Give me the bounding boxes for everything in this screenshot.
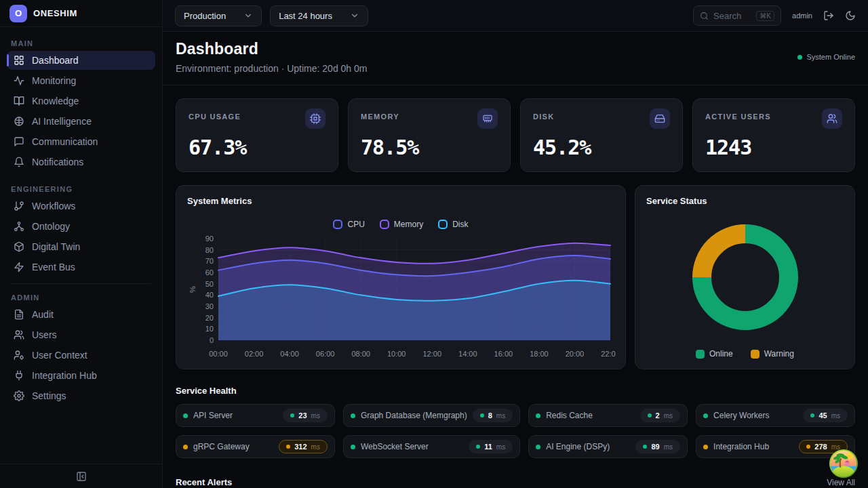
recent-alerts-heading: Recent Alerts	[176, 477, 232, 487]
status-dot	[797, 55, 802, 60]
svg-text:08:00: 08:00	[351, 350, 370, 358]
gear-icon	[14, 390, 24, 401]
page-subtitle: Environment: production · Uptime: 20d 0h…	[176, 63, 367, 74]
status-label: System Online	[806, 53, 855, 61]
sidebar-item-settings[interactable]: Settings	[7, 386, 155, 405]
sidebar-item-workflows[interactable]: Workflows	[7, 197, 155, 216]
search-icon	[700, 12, 709, 20]
environment-select[interactable]: Production	[175, 5, 262, 26]
network-icon	[14, 221, 24, 232]
legend-item-memory[interactable]: Memory	[380, 220, 423, 229]
legend-item-disk[interactable]: Disk	[438, 220, 468, 229]
latency-badge: 312ms	[279, 440, 328, 453]
collapse-sidebar-button[interactable]	[76, 471, 87, 482]
svg-text:60: 60	[205, 268, 214, 277]
zap-icon	[14, 262, 24, 272]
sidebar-item-users[interactable]: Users	[7, 325, 155, 344]
panel-left-close-icon	[76, 471, 87, 482]
service-card-celery-workers: Celery Workers 45ms	[696, 404, 855, 427]
service-card-websocket-server: WebSocket Server 11ms	[343, 435, 520, 458]
service-card-graph-database: Graph Database (Memgraph) 8ms	[343, 404, 520, 427]
svg-text:30: 30	[205, 302, 214, 310]
stat-value: 78.5%	[361, 136, 498, 159]
latency-value: 23	[298, 411, 307, 420]
service-name: Redis Cache	[546, 411, 634, 420]
main-area: Production Last 24 hours Search ⌘K admin	[163, 0, 868, 488]
sidebar-item-user-context[interactable]: User Context	[7, 346, 155, 365]
system-metrics-chart: 010203040506070809000:0002:0004:0006:000…	[187, 233, 614, 362]
legend-label: Online	[709, 349, 733, 359]
sidebar-item-communication[interactable]: Communication	[7, 132, 155, 151]
legend-item-online[interactable]: Online	[696, 349, 733, 359]
sidebar-item-digital-twin[interactable]: Digital Twin	[7, 237, 155, 256]
git-branch-icon	[14, 201, 24, 211]
service-name: Graph Database (Memgraph)	[361, 411, 467, 420]
sidebar-item-label: AI Intelligence	[32, 116, 92, 127]
sidebar-item-knowledge[interactable]: Knowledge	[7, 92, 155, 110]
memory-legend-swatch	[380, 220, 389, 229]
svg-text:18:00: 18:00	[530, 350, 549, 358]
latency-unit: ms	[311, 443, 320, 451]
book-open-icon	[14, 96, 24, 106]
page-title: Dashboard	[176, 40, 367, 58]
sidebar-item-integration-hub[interactable]: Integration Hub	[7, 366, 155, 385]
brand: O ONESHIM	[0, 0, 162, 27]
hard-drive-icon	[650, 108, 670, 129]
bell-icon	[14, 157, 24, 167]
sidebar-item-monitoring[interactable]: Monitoring	[7, 71, 155, 90]
stat-card-disk: DISK 45.2%	[520, 98, 683, 172]
charts-row: System Metrics CPU Memory Disk	[176, 185, 855, 369]
sidebar-item-event-bus[interactable]: Event Bus	[7, 258, 155, 277]
brand-logo: O	[9, 5, 27, 22]
stats-grid: CPU USAGE 67.3% MEMORY 78.5% DISK	[176, 98, 855, 172]
latency-badge: 8ms	[473, 409, 513, 422]
sidebar-item-notifications[interactable]: Notifications	[7, 152, 155, 171]
island-sticker	[828, 448, 859, 479]
latency-unit: ms	[831, 412, 840, 420]
status-dot	[703, 445, 708, 449]
svg-text:22:00: 22:00	[601, 350, 616, 358]
metrics-chart-title: System Metrics	[187, 196, 614, 206]
sidebar-item-label: Knowledge	[32, 96, 79, 106]
latency-unit: ms	[496, 412, 505, 420]
service-status-card: Service Status Online Warning	[635, 185, 855, 369]
svg-text:0: 0	[210, 336, 214, 344]
legend-item-cpu[interactable]: CPU	[333, 220, 364, 229]
stat-card-cpu: CPU USAGE 67.3%	[176, 98, 338, 172]
theme-toggle-button[interactable]	[845, 10, 856, 21]
time-range-select[interactable]: Last 24 hours	[270, 5, 368, 26]
service-name: Integration Hub	[713, 442, 793, 451]
chevron-down-icon	[243, 11, 253, 20]
status-dot	[643, 445, 647, 449]
status-dot	[183, 445, 188, 449]
svg-text:02:00: 02:00	[245, 350, 264, 358]
service-name: WebSocket Server	[361, 442, 463, 451]
sidebar: O ONESHIM MAIN Dashboard Monitoring Know…	[0, 0, 163, 488]
legend-item-warning[interactable]: Warning	[751, 349, 794, 359]
dashboard-grid-icon	[14, 55, 24, 66]
legend-label: Memory	[394, 220, 423, 229]
latency-value: 312	[294, 443, 307, 451]
sidebar-item-label: Digital Twin	[32, 241, 80, 252]
service-health-heading: Service Health	[176, 386, 855, 396]
svg-text:20: 20	[205, 314, 214, 322]
status-chart-title: Service Status	[646, 196, 707, 206]
logout-button[interactable]	[823, 10, 834, 21]
stat-label: DISK	[533, 113, 554, 121]
user-menu[interactable]: admin	[792, 12, 812, 20]
status-dot	[351, 413, 355, 418]
svg-text:06:00: 06:00	[316, 350, 335, 358]
sidebar-item-label: Audit	[32, 309, 54, 320]
sidebar-item-dashboard[interactable]: Dashboard	[7, 51, 155, 70]
cpu-icon	[305, 108, 326, 129]
user-cog-icon	[14, 350, 24, 361]
status-dot	[351, 445, 355, 449]
sidebar-item-audit[interactable]: Audit	[7, 305, 155, 324]
status-dot	[806, 445, 810, 449]
sidebar-item-ai-intelligence[interactable]: AI Intelligence	[7, 112, 155, 131]
search-input[interactable]: Search ⌘K	[693, 5, 781, 26]
brand-name: ONESHIM	[33, 8, 77, 18]
sidebar-item-ontology[interactable]: Ontology	[7, 217, 155, 236]
topbar: Production Last 24 hours Search ⌘K admin	[163, 0, 868, 32]
stat-value: 45.2%	[533, 136, 670, 159]
